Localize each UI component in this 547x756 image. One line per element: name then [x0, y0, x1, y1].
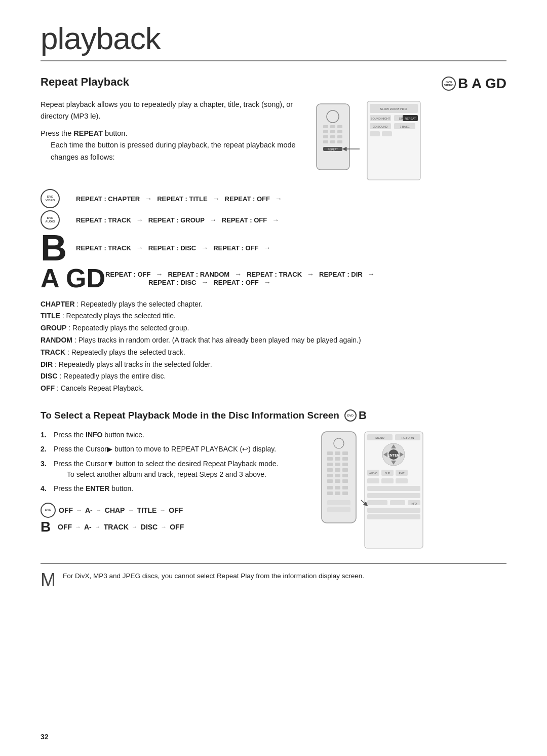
svg-rect-40 [327, 463, 333, 466]
svg-rect-58 [327, 500, 350, 505]
svg-rect-57 [342, 492, 348, 495]
svg-rect-54 [342, 486, 348, 489]
step-repeat-disc-2: REPEAT : DISC [148, 279, 196, 286]
svg-rect-13 [337, 140, 342, 143]
desc-chapter: CHAPTER : Repeatedly plays the selected … [41, 298, 506, 311]
step-repeat-disc-1: REPEAT : DISC [148, 244, 196, 252]
page-title: playback [41, 21, 161, 56]
section1-header: Repeat Playback DVDVIDEO B A GD [41, 75, 506, 92]
svg-text:RETURN: RETURN [402, 436, 414, 439]
remote-illustration-2: MENU RETURN ENTER AUDIO SUB E [319, 429, 431, 551]
svg-rect-46 [327, 474, 333, 477]
svg-rect-44 [335, 468, 340, 472]
press-after: button. [105, 129, 127, 137]
svg-rect-12 [330, 140, 335, 143]
agd-steps: REPEAT : OFF → REPEAT : RANDOM → REPEAT … [105, 270, 375, 286]
bottom-mode-row-2: B OFF → A- → TRACK → DISC → OFF [41, 520, 309, 534]
svg-rect-53 [335, 486, 340, 489]
svg-rect-84 [390, 500, 405, 505]
svg-rect-34 [327, 451, 333, 455]
svg-text:REPEAT: REPEAT [328, 148, 338, 151]
svg-rect-31 [382, 131, 392, 136]
remote-illustration-1: REPEAT SLOW ZOOM INFO SOUND NIGHT DIMMER [314, 99, 431, 185]
svg-rect-78 [367, 478, 379, 483]
svg-rect-43 [327, 468, 333, 472]
bottom-modes: DVD OFF → A- → CHAP → TITLE → OFF [41, 503, 309, 534]
svg-rect-41 [335, 463, 340, 466]
agd-row: A GD REPEAT : OFF → REPEAT : RANDOM → RE… [41, 267, 506, 290]
svg-rect-42 [342, 463, 348, 466]
svg-text:SUB: SUB [385, 472, 390, 475]
step-repeat-off-3: REPEAT : OFF [213, 244, 258, 252]
step-repeat-title-1: REPEAT : TITLE [157, 195, 207, 203]
dvd-audio-steps: REPEAT : TRACK → REPEAT : GROUP → REPEAT… [76, 216, 279, 224]
svg-text:INFO: INFO [411, 502, 417, 505]
agd-large: A GD [41, 267, 105, 290]
remote-svg-2: MENU RETURN ENTER AUDIO SUB E [319, 429, 425, 551]
step-repeat-track-2: REPEAT : TRACK [76, 244, 131, 252]
section1-title: Repeat Playback [41, 75, 129, 89]
dvd-audio-icon: DVDAUDIO [41, 210, 76, 230]
svg-rect-39 [342, 457, 348, 461]
step-repeat-track-3: REPEAT : TRACK [247, 271, 302, 278]
dvd-audio-row: DVDAUDIO REPEAT : TRACK → REPEAT : GROUP… [41, 210, 506, 230]
svg-rect-8 [323, 135, 328, 138]
step-3: 3. Press the Cursor▼ button to select th… [41, 458, 309, 480]
section2-content: 1. Press the INFO button twice. 2. Press… [41, 429, 506, 551]
note-letter: M [41, 571, 56, 589]
each-time-text: Each time the button is pressed during p… [51, 139, 304, 163]
svg-text:SOUND  NIGHT: SOUND NIGHT [371, 117, 390, 120]
step-repeat-off-4: REPEAT : OFF [105, 271, 150, 278]
svg-rect-50 [335, 479, 340, 483]
svg-rect-36 [342, 451, 348, 455]
svg-rect-79 [381, 478, 394, 483]
b-row: B REPEAT : TRACK → REPEAT : DISC → REPEA… [41, 232, 506, 264]
svg-rect-30 [370, 131, 380, 136]
desc-random: RANDOM : Plays tracks in random order. (… [41, 334, 506, 347]
svg-text:7 BASE: 7 BASE [400, 125, 410, 128]
dvd-video-badge: DVDVIDEO [442, 77, 456, 91]
svg-text:3D SOUND: 3D SOUND [373, 125, 387, 128]
svg-rect-3 [330, 125, 335, 128]
svg-rect-83 [367, 500, 387, 505]
svg-text:REPEAT: REPEAT [405, 117, 416, 120]
section2-badge: DVD B [344, 409, 367, 422]
svg-text:EXIT: EXIT [399, 472, 404, 475]
bm-steps-2: OFF → A- → TRACK → DISC → OFF [58, 523, 184, 531]
svg-rect-35 [335, 451, 340, 455]
steps-list: 1. Press the INFO button twice. 2. Press… [41, 429, 309, 495]
page-number: 32 [41, 733, 49, 741]
bottom-note: M For DivX, MP3 and JPEG discs, you cann… [41, 571, 506, 589]
svg-rect-88 [367, 514, 420, 519]
svg-rect-87 [367, 508, 420, 513]
desc-disc: DISC : Repeatedly plays the entire disc. [41, 370, 506, 383]
desc-group: GROUP : Repeatedly plays the selected gr… [41, 322, 506, 334]
svg-rect-80 [396, 478, 408, 483]
svg-text:SLOW  ZOOM  INFO: SLOW ZOOM INFO [380, 107, 407, 110]
dvd-video-icon: DVDVIDEO [41, 189, 76, 208]
section2-badge-letter: B [359, 409, 367, 422]
step-2: 2. Press the Cursor▶ button to move to R… [41, 443, 309, 455]
svg-rect-4 [337, 125, 342, 128]
bm-b-letter: B [41, 520, 55, 534]
page-title-section: playback [41, 20, 506, 61]
descriptions-section: CHAPTER : Repeatedly plays the selected … [41, 298, 506, 395]
svg-rect-10 [337, 135, 342, 138]
svg-rect-56 [335, 492, 340, 495]
svg-rect-47 [335, 474, 340, 477]
step-repeat-random: REPEAT : RANDOM [168, 271, 229, 278]
svg-rect-51 [342, 479, 348, 483]
desc-track: TRACK : Repeatedly plays the selected tr… [41, 347, 506, 359]
svg-rect-37 [327, 457, 333, 461]
section2-title: To Select a Repeat Playback Mode in the … [41, 410, 339, 421]
remote-svg-1: REPEAT SLOW ZOOM INFO SOUND NIGHT DIMMER [314, 99, 425, 185]
dvd-video-steps: REPEAT : CHAPTER → REPEAT : TITLE → REPE… [76, 195, 282, 203]
svg-text:ENTER: ENTER [387, 453, 400, 457]
bm-steps-1: OFF → A- → CHAP → TITLE → OFF [59, 506, 183, 514]
svg-rect-38 [335, 457, 340, 461]
svg-rect-55 [327, 492, 333, 495]
step-repeat-dir: REPEAT : DIR [319, 271, 363, 278]
desc-title: TITLE : Repeatedly plays the selected ti… [41, 310, 506, 322]
bottom-divider: M For DivX, MP3 and JPEG discs, you cann… [41, 563, 506, 589]
desc-off: OFF : Cancels Repeat Playback. [41, 383, 506, 395]
